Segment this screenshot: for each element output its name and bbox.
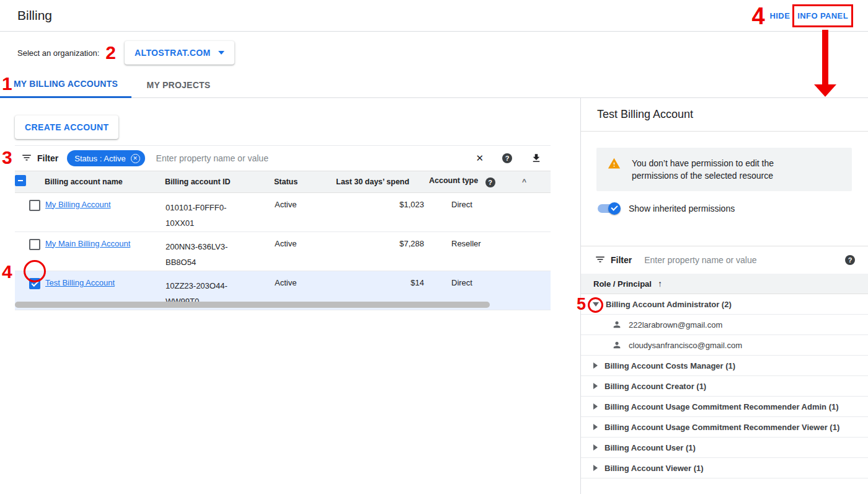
organization-dropdown-value: ALTOSTRAT.COM	[135, 48, 211, 58]
role-principal-header-label: Role / Principal	[593, 279, 652, 289]
info-panel-title: Test Billing Account	[581, 98, 868, 132]
member-email: cloudysanfrancisco@gmail.com	[629, 341, 742, 350]
person-icon	[612, 320, 622, 330]
info-panel: Test Billing Account You don’t have perm…	[580, 98, 868, 494]
hide-info-panel-prefix: HIDE	[770, 11, 790, 20]
filter-input[interactable]	[155, 153, 458, 164]
column-header-type-label: Account type	[429, 176, 478, 185]
column-header-status[interactable]: Status	[274, 171, 336, 192]
horizontal-scrollbar[interactable]	[15, 302, 490, 308]
chevron-down-icon	[218, 51, 224, 55]
sort-caret-icon[interactable]: ^	[522, 177, 526, 186]
filter-label: Filter	[37, 153, 58, 163]
billing-account-link[interactable]: Test Billing Account	[45, 278, 115, 287]
annotation-arrow-down	[814, 30, 836, 98]
role-label: Billing Account Usage Commitment Recomme…	[604, 423, 839, 432]
role-label: Billing Account Viewer (1)	[604, 464, 704, 473]
billing-console-screen: Billing 4 HIDE INFO PANEL Select an orga…	[0, 0, 868, 494]
account-id-line: 10XX01	[166, 218, 194, 228]
filter-chip-label: Status : Active	[74, 154, 125, 163]
hide-info-panel-button[interactable]: HIDE INFO PANEL	[770, 4, 853, 27]
info-panel-label: INFO PANEL	[797, 11, 848, 20]
toggle-thumb-check-icon	[608, 202, 621, 215]
chevron-right-icon[interactable]	[593, 383, 598, 389]
account-id-line: 200NN3-636LV3-	[166, 242, 228, 251]
column-header-spend[interactable]: Last 30 days’ spend	[336, 171, 429, 192]
person-icon	[612, 340, 622, 350]
show-inherited-permissions-toggle[interactable]	[598, 204, 619, 213]
role-row-recommender-admin[interactable]: Billing Account Usage Commitment Recomme…	[581, 397, 868, 417]
inherited-permissions-toggle-row: Show inherited permissions	[598, 204, 735, 213]
role-row-recommender-viewer[interactable]: Billing Account Usage Commitment Recomme…	[581, 417, 868, 438]
filter-bar: Filter Status : Active ✕ ✕ ?	[15, 145, 551, 171]
panel-filter-bar: Filter ?	[581, 246, 868, 274]
annotation-ring-chevron	[588, 297, 603, 313]
warning-text: You don’t have permission to edit the pe…	[632, 157, 818, 182]
page-title: Billing	[17, 8, 52, 23]
role-row-creator[interactable]: Billing Account Creator (1)	[581, 376, 868, 397]
warning-icon	[608, 157, 621, 182]
role-label: Billing Account Creator (1)	[604, 382, 706, 391]
filter-icon	[595, 254, 606, 267]
account-id-line: 10ZZ23-203O44-	[166, 281, 228, 290]
tab-my-projects[interactable]: MY PROJECTS	[131, 71, 226, 98]
select-all-checkbox[interactable]	[15, 175, 26, 186]
row-checkbox[interactable]	[29, 200, 40, 211]
type-cell: Direct	[429, 192, 522, 231]
role-label: Billing Account Administrator (2)	[606, 300, 732, 309]
filter-chip-status-active[interactable]: Status : Active ✕	[67, 150, 144, 166]
billing-account-link[interactable]: My Billing Account	[45, 200, 111, 209]
role-row-viewer[interactable]: Billing Account Viewer (1)	[581, 458, 868, 478]
billing-accounts-table: Billing account name Billing account ID …	[15, 171, 551, 310]
role-row-costs-manager[interactable]: Billing Account Costs Manager (1)	[581, 356, 868, 376]
account-id-line: 010101-F0FFF0-	[166, 203, 226, 212]
organization-selector-label: Select an organization:	[17, 48, 99, 58]
organization-dropdown[interactable]: ALTOSTRAT.COM	[125, 41, 234, 65]
tab-bar: MY BILLING ACCOUNTS MY PROJECTS	[0, 71, 868, 98]
billing-account-link[interactable]: My Main Billing Account	[45, 239, 130, 248]
chevron-right-icon[interactable]	[593, 465, 598, 471]
annotation-ring-checkbox	[24, 260, 46, 282]
account-type-help-icon[interactable]: ?	[485, 177, 495, 187]
help-icon[interactable]: ?	[845, 255, 855, 265]
chevron-right-icon[interactable]	[593, 424, 598, 430]
column-header-type[interactable]: Account type ?	[429, 171, 522, 192]
role-principal-list: Role / Principal ↑ Billing Account Admin…	[581, 274, 868, 478]
chevron-right-icon[interactable]	[593, 403, 598, 410]
column-header-name[interactable]: Billing account name	[45, 171, 165, 192]
role-row-administrator[interactable]: Billing Account Administrator (2)	[581, 294, 868, 315]
main-content: CREATE ACCOUNT Filter Status : Active ✕ …	[0, 98, 580, 494]
toggle-label: Show inherited permissions	[629, 204, 735, 213]
annotation-1: 1	[2, 74, 12, 93]
spend-cell: $1,023	[336, 192, 429, 231]
tab-label: MY PROJECTS	[147, 80, 211, 90]
annotation-3: 3	[2, 148, 12, 167]
role-label: Billing Account Usage Commitment Recomme…	[604, 402, 839, 411]
table-row: My Billing Account 010101-F0FFF0- 10XX01…	[15, 192, 551, 231]
download-icon[interactable]	[531, 153, 542, 164]
panel-filter-input[interactable]	[643, 254, 845, 266]
table-row: My Main Billing Account 200NN3-636LV3- B…	[15, 231, 551, 271]
table-header-row: Billing account name Billing account ID …	[15, 171, 551, 192]
member-row: 222larabrown@gmail.com	[581, 315, 868, 335]
row-checkbox[interactable]	[29, 239, 40, 250]
role-label: Billing Account User (1)	[604, 443, 696, 452]
chevron-right-icon[interactable]	[593, 444, 598, 451]
column-header-id[interactable]: Billing account ID	[165, 171, 274, 192]
help-icon[interactable]: ?	[502, 153, 512, 163]
permission-warning: You don’t have permission to edit the pe…	[596, 148, 852, 191]
chip-remove-icon[interactable]: ✕	[131, 154, 140, 163]
annotation-5: 5	[577, 296, 586, 313]
top-bar: Billing 4 HIDE INFO PANEL	[0, 0, 868, 32]
tab-my-billing-accounts[interactable]: MY BILLING ACCOUNTS	[0, 71, 131, 98]
role-row-user[interactable]: Billing Account User (1)	[581, 438, 868, 458]
tab-label: MY BILLING ACCOUNTS	[14, 79, 118, 89]
create-account-button[interactable]: CREATE ACCOUNT	[15, 115, 118, 139]
role-principal-header[interactable]: Role / Principal ↑	[581, 274, 868, 294]
clear-filter-icon[interactable]: ✕	[476, 153, 484, 164]
annotation-2: 2	[105, 43, 116, 62]
chevron-right-icon[interactable]	[593, 362, 598, 369]
organization-selector-row: Select an organization: 2 ALTOSTRAT.COM	[17, 38, 234, 67]
type-cell: Reseller	[429, 231, 522, 271]
member-email: 222larabrown@gmail.com	[629, 320, 722, 330]
